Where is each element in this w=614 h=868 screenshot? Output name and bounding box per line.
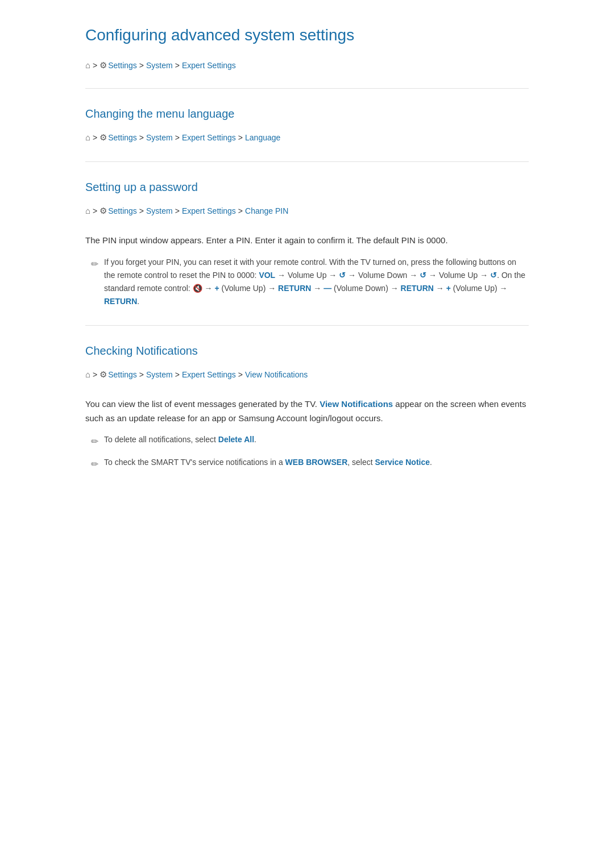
key-return6: RETURN [104, 297, 137, 306]
note-pencil-icon-3: ✏ [91, 457, 98, 472]
key-vol: VOL [259, 271, 275, 280]
breadcrumb-settings-lang[interactable]: Settings [108, 131, 137, 144]
section-title-notifications: Checking Notifications [85, 342, 529, 360]
note-delete-all: ✏ To delete all notifications, select De… [91, 433, 529, 449]
home-icon-notif: ⌂ [85, 368, 90, 381]
key-return2: ↺ [420, 271, 426, 280]
gear-icon-pwd: ⚙ [99, 204, 107, 218]
breadcrumb-top: ⌂ > ⚙ Settings > System > Expert Setting… [85, 59, 529, 72]
gear-icon-notif: ⚙ [99, 368, 107, 381]
breadcrumb-system-pwd[interactable]: System [146, 205, 173, 217]
note-delete-text: To delete all notifications, select Dele… [104, 433, 256, 446]
breadcrumb-expert-notif[interactable]: Expert Settings [182, 368, 236, 381]
key-return5: RETURN [401, 284, 434, 293]
gear-icon-lang: ⚙ [99, 131, 107, 144]
breadcrumb-changepin[interactable]: Change PIN [245, 205, 288, 217]
breadcrumb-settings[interactable]: Settings [108, 59, 137, 72]
section-title-password: Setting up a password [85, 178, 529, 196]
note-pin-reset-text: If you forget your PIN, you can reset it… [104, 256, 529, 308]
breadcrumb-notifications: ⌂ > ⚙ Settings > System > Expert Setting… [85, 368, 529, 381]
breadcrumb-expert-pwd[interactable]: Expert Settings [182, 205, 236, 217]
key-plus1: + [214, 284, 219, 293]
notifications-body-text: You can view the list of event messages … [85, 397, 529, 426]
section-language: Changing the menu language ⌂ > ⚙ Setting… [85, 105, 529, 144]
breadcrumb-system[interactable]: System [146, 59, 173, 72]
key-plus2: + [446, 284, 451, 293]
service-notice-link[interactable]: Service Notice [375, 458, 430, 467]
section-title-language: Changing the menu language [85, 105, 529, 123]
web-browser-label: WEB BROWSER [285, 458, 348, 467]
breadcrumb-password: ⌂ > ⚙ Settings > System > Expert Setting… [85, 204, 529, 218]
main-content: Configuring advanced system settings ⌂ >… [51, 0, 563, 523]
breadcrumb-system-lang[interactable]: System [146, 131, 173, 144]
password-body-text: The PIN input window appears. Enter a PI… [85, 234, 529, 248]
home-icon-pwd: ⌂ [85, 204, 90, 218]
key-return1: ↺ [339, 271, 346, 280]
breadcrumb-expert[interactable]: Expert Settings [182, 59, 236, 72]
note-pin-reset: ✏ If you forget your PIN, you can reset … [91, 256, 529, 308]
note-pencil-icon-2: ✏ [91, 434, 98, 449]
breadcrumb-language: ⌂ > ⚙ Settings > System > Expert Setting… [85, 131, 529, 144]
key-return4: RETURN [278, 284, 311, 293]
delete-all-link[interactable]: Delete All [218, 435, 254, 444]
breadcrumb-system-notif[interactable]: System [146, 368, 173, 381]
breadcrumb-view-notifications[interactable]: View Notifications [245, 368, 308, 381]
key-minus: — [323, 284, 331, 293]
note-service-notice: ✏ To check the SMART TV's service notifi… [91, 456, 529, 472]
note-pencil-icon: ✏ [91, 257, 98, 272]
gear-icon: ⚙ [99, 59, 107, 72]
breadcrumb-language-item[interactable]: Language [245, 131, 280, 144]
home-icon: ⌂ [85, 59, 90, 72]
home-icon-lang: ⌂ [85, 131, 90, 144]
key-return3: ↺ [490, 271, 497, 280]
page-title: Configuring advanced system settings [85, 23, 529, 48]
breadcrumb-expert-lang[interactable]: Expert Settings [182, 131, 236, 144]
divider-1 [85, 88, 529, 89]
section-notifications: Checking Notifications ⌂ > ⚙ Settings > … [85, 342, 529, 472]
breadcrumb-settings-pwd[interactable]: Settings [108, 205, 137, 217]
view-notifications-link[interactable]: View Notifications [320, 399, 393, 409]
section-password: Setting up a password ⌂ > ⚙ Settings > S… [85, 178, 529, 308]
divider-3 [85, 325, 529, 326]
breadcrumb-settings-notif[interactable]: Settings [108, 368, 137, 381]
note-service-text: To check the SMART TV's service notifica… [104, 456, 432, 469]
divider-2 [85, 161, 529, 162]
